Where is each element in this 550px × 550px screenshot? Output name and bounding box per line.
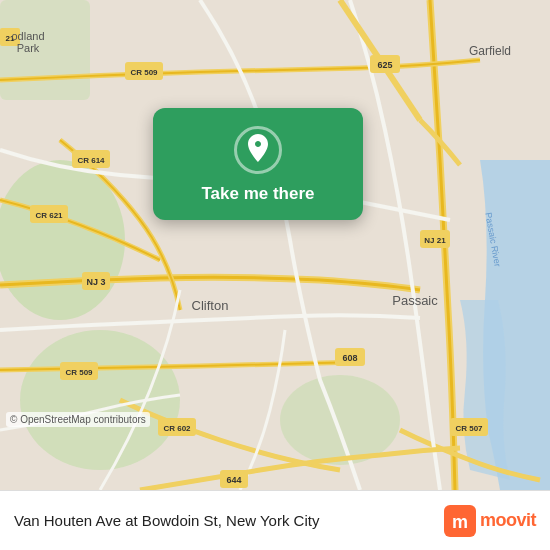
- popup-card[interactable]: Take me there: [153, 108, 363, 220]
- location-label: Van Houten Ave at Bowdoin St, New York C…: [14, 512, 444, 529]
- svg-text:CR 507: CR 507: [455, 424, 483, 433]
- take-me-there-button[interactable]: Take me there: [201, 184, 314, 204]
- svg-text:m: m: [452, 512, 468, 532]
- svg-text:odland: odland: [11, 30, 44, 42]
- svg-text:CR 614: CR 614: [77, 156, 105, 165]
- svg-point-2: [20, 330, 180, 470]
- location-pin-icon: [234, 126, 282, 174]
- svg-text:CR 509: CR 509: [65, 368, 93, 377]
- svg-text:NJ 3: NJ 3: [86, 277, 105, 287]
- moovit-wordmark: moovit: [480, 510, 536, 531]
- map-container: CR 509 CR 509 CR 614 CR 621 NJ 3 NJ 21 6…: [0, 0, 550, 490]
- svg-text:608: 608: [342, 353, 357, 363]
- app: CR 509 CR 509 CR 614 CR 621 NJ 3 NJ 21 6…: [0, 0, 550, 550]
- map-attribution: © OpenStreetMap contributors: [6, 412, 150, 427]
- svg-text:625: 625: [377, 60, 392, 70]
- svg-text:644: 644: [226, 475, 241, 485]
- svg-text:CR 621: CR 621: [35, 211, 63, 220]
- svg-text:Garfield: Garfield: [469, 44, 511, 58]
- moovit-logo: m moovit: [444, 505, 536, 537]
- svg-text:Park: Park: [17, 42, 40, 54]
- moovit-icon: m: [444, 505, 476, 537]
- svg-text:CR 602: CR 602: [163, 424, 191, 433]
- bottom-bar: Van Houten Ave at Bowdoin St, New York C…: [0, 490, 550, 550]
- svg-rect-4: [0, 0, 90, 100]
- svg-text:NJ 21: NJ 21: [424, 236, 446, 245]
- svg-text:Clifton: Clifton: [192, 298, 229, 313]
- svg-text:CR 509: CR 509: [130, 68, 158, 77]
- svg-text:Passaic: Passaic: [392, 293, 438, 308]
- svg-point-3: [280, 375, 400, 465]
